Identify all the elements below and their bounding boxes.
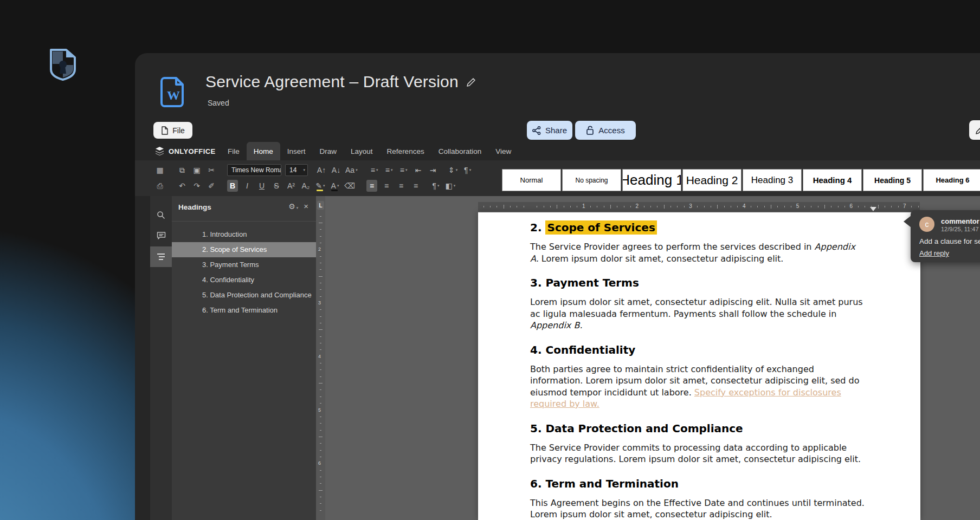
v-ruler-tick	[320, 263, 321, 263]
panel-close-icon[interactable]: ×	[304, 202, 308, 211]
comments-icon[interactable]	[150, 225, 172, 246]
v-ruler-tick	[319, 490, 323, 491]
clear-style-icon[interactable]: ⌫	[344, 180, 355, 192]
section-heading: 2. Scope of Services	[530, 221, 866, 234]
h-ruler-tick	[918, 206, 919, 207]
nonprinting-characters-icon[interactable]: ¶▾	[430, 180, 441, 192]
menu-tab-home[interactable]: Home	[247, 142, 280, 160]
menu-tab-collaboration[interactable]: Collaboration	[431, 142, 489, 160]
search-icon[interactable]	[150, 205, 172, 225]
font-name-combo[interactable]: Times New Roman▾	[227, 164, 281, 176]
menu-tab-references[interactable]: References	[380, 142, 431, 160]
heading-nav-item[interactable]: 4. Confidentiality	[172, 272, 316, 288]
paragraph-sort-icon[interactable]: ¶▾	[462, 164, 473, 176]
navigation-headings-icon[interactable]	[150, 246, 172, 267]
heading-nav-item[interactable]: 6. Term and Termination	[172, 303, 316, 318]
h-ruler-tick	[818, 206, 818, 207]
increment-font-icon[interactable]: A↑	[316, 164, 327, 176]
style-normal[interactable]: Normal	[502, 169, 561, 191]
menu-tab-layout[interactable]: Layout	[344, 142, 380, 160]
v-ruler-tick	[320, 309, 321, 310]
v-ruler-tick	[320, 443, 321, 444]
paste-icon[interactable]: ▣	[191, 164, 202, 176]
menu-tab-draw[interactable]: Draw	[313, 142, 344, 160]
increase-indent-icon[interactable]: ⇥	[428, 164, 439, 176]
file-button[interactable]: File	[153, 122, 192, 139]
decrease-indent-icon[interactable]: ⇤	[413, 164, 424, 176]
heading-nav-item[interactable]: 2. Scope of Services	[172, 242, 316, 257]
change-case-icon[interactable]: Aa▾	[345, 164, 358, 176]
h-ruler-tick	[838, 206, 839, 207]
style-no-spacing[interactable]: No spacing	[562, 169, 621, 191]
underline-button[interactable]: U	[256, 180, 267, 192]
document-page[interactable]: 2. Scope of ServicesThe Service Provider…	[478, 212, 920, 520]
menu-tab-insert[interactable]: Insert	[280, 142, 313, 160]
first-line-indent-marker[interactable]	[870, 207, 876, 211]
redo-icon[interactable]: ↷	[191, 180, 202, 192]
horizontal-ruler: 1234567	[478, 202, 920, 211]
share-button[interactable]: Share	[527, 121, 572, 140]
heading-nav-item[interactable]: 3. Payment Terms	[172, 257, 316, 272]
bold-button[interactable]: B	[227, 180, 238, 192]
strikeout-button[interactable]: S	[271, 180, 282, 192]
font-size-combo[interactable]: 14▾	[285, 164, 308, 176]
pencil-icon	[975, 125, 980, 135]
style-heading-1[interactable]: Heading 1	[622, 169, 681, 191]
access-button[interactable]: Access	[575, 121, 636, 140]
v-ruler-tick	[319, 383, 323, 384]
style-heading-5[interactable]: Heading 5	[863, 169, 922, 191]
h-ruler-tick	[757, 206, 758, 207]
menu-tab-file[interactable]: File	[221, 142, 247, 160]
h-ruler-tick	[564, 206, 564, 207]
numbering-icon[interactable]: ≡▾	[384, 164, 395, 176]
add-reply-link[interactable]: Add reply	[919, 249, 949, 257]
italic-button[interactable]: I	[242, 180, 253, 192]
v-ruler-number: 3	[318, 300, 321, 306]
v-ruler-tick	[320, 363, 321, 363]
h-ruler-number: 5	[796, 203, 800, 209]
multilevel-list-icon[interactable]: ≡▾	[398, 164, 409, 176]
v-ruler-tick	[320, 336, 321, 337]
menu-tab-view[interactable]: View	[488, 142, 518, 160]
justify-button[interactable]: ≡	[410, 180, 421, 192]
align-center-button[interactable]: ≡	[381, 180, 392, 192]
copy-style-icon[interactable]: ✐	[206, 180, 217, 192]
security-shield-icon	[48, 46, 78, 81]
highlight-color-button[interactable]: ✎▾	[315, 180, 326, 192]
panel-settings-gear-icon[interactable]: ⚙▾	[288, 202, 298, 211]
h-ruler-tick	[865, 206, 865, 207]
style-heading-2[interactable]: Heading 2	[682, 169, 742, 191]
style-heading-3[interactable]: Heading 3	[743, 169, 802, 191]
align-left-button[interactable]: ≡	[366, 180, 377, 192]
edit-mode-button-partial[interactable]	[969, 120, 980, 140]
print-icon[interactable]: ⎙	[154, 180, 165, 192]
tab-stop-selector[interactable]: L	[317, 201, 324, 210]
copy-icon[interactable]: ⧉	[177, 164, 188, 176]
align-right-button[interactable]: ≡	[396, 180, 407, 192]
comment-text: Add a clause for ser	[919, 237, 980, 245]
bullets-icon[interactable]: ≡▾	[369, 164, 380, 176]
document-section: 6. Term and TerminationThis Agreement be…	[530, 477, 866, 520]
share-icon	[532, 126, 541, 135]
heading-nav-item[interactable]: 5. Data Protection and Compliance	[172, 288, 316, 303]
rename-pencil-icon[interactable]	[466, 77, 476, 87]
heading-nav-item[interactable]: 1. Introduction	[172, 227, 316, 242]
comment-popup: c commentor 12/9/25, 11:47 Add a clause …	[911, 210, 980, 262]
h-ruler-tick	[751, 206, 751, 207]
h-ruler-tick	[878, 205, 879, 209]
cut-icon[interactable]: ✂	[206, 164, 217, 176]
save-icon[interactable]: ▦	[154, 164, 165, 176]
v-ruler-number: 2	[318, 246, 321, 252]
line-spacing-icon[interactable]: ⇕▾	[448, 164, 459, 176]
font-color-button[interactable]: A▾	[330, 180, 340, 192]
undo-icon[interactable]: ↶	[177, 180, 188, 192]
v-ruler-tick	[320, 283, 321, 283]
style-heading-6[interactable]: Heading 6	[923, 169, 980, 191]
superscript-button[interactable]: A²	[286, 180, 296, 192]
shading-icon[interactable]: ◧▾	[445, 180, 456, 192]
decrement-font-icon[interactable]: A↓	[331, 164, 341, 176]
subscript-button[interactable]: A₂	[300, 180, 311, 192]
style-heading-4[interactable]: Heading 4	[803, 169, 862, 191]
v-ruler-tick	[320, 477, 321, 477]
h-ruler-tick	[524, 206, 524, 207]
